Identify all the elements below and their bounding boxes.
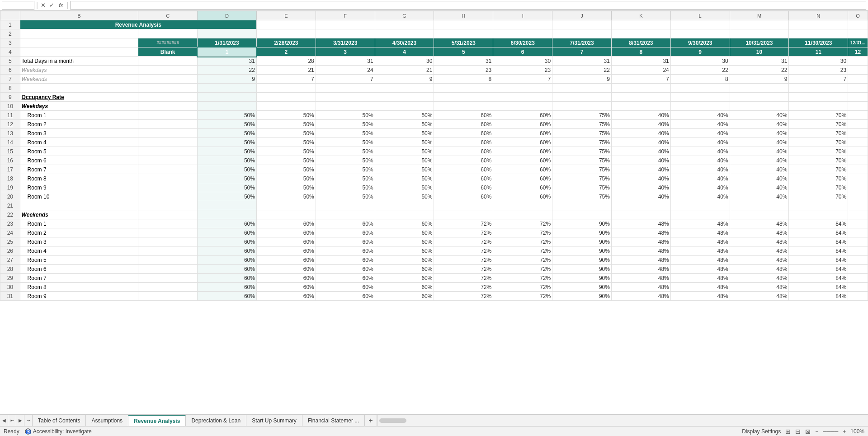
- cell-M22[interactable]: [730, 210, 789, 219]
- cell-E20[interactable]: 50%: [256, 192, 316, 201]
- cell-L18[interactable]: 40%: [670, 174, 730, 183]
- cell-I7[interactable]: 7: [493, 75, 552, 84]
- cell-F7[interactable]: 7: [316, 75, 375, 84]
- cell-H7[interactable]: 8: [434, 75, 493, 84]
- cell-N18[interactable]: 70%: [789, 174, 848, 183]
- cell-L19[interactable]: 40%: [670, 183, 730, 192]
- cell-J8[interactable]: [552, 84, 612, 93]
- cell-N12[interactable]: 70%: [789, 120, 848, 129]
- col-header-M[interactable]: M: [730, 11, 789, 20]
- cell-M29[interactable]: 48%: [730, 274, 789, 283]
- cell-J4[interactable]: 7: [552, 47, 612, 57]
- cell-E21[interactable]: [256, 201, 316, 210]
- cell-K28[interactable]: 48%: [611, 265, 670, 274]
- cell-L15[interactable]: 40%: [670, 147, 730, 156]
- cell-O6[interactable]: [848, 66, 868, 75]
- cell-J14[interactable]: 75%: [552, 138, 612, 147]
- cell-N7[interactable]: 7: [789, 75, 848, 84]
- cell-C9[interactable]: [138, 93, 198, 102]
- cell-J24[interactable]: 90%: [552, 228, 612, 237]
- cell-F19[interactable]: 50%: [316, 183, 375, 192]
- cell-K9[interactable]: [611, 93, 670, 102]
- cell-M12[interactable]: 40%: [730, 120, 789, 129]
- cell-L7[interactable]: 8: [670, 75, 730, 84]
- cell-K13[interactable]: 40%: [611, 129, 670, 138]
- cell-G23[interactable]: 60%: [375, 219, 434, 228]
- cell-D28[interactable]: 60%: [198, 265, 257, 274]
- cell-N15[interactable]: 70%: [789, 147, 848, 156]
- cell-I11[interactable]: 60%: [493, 111, 552, 120]
- cell-K1[interactable]: [611, 20, 670, 29]
- cell-O10[interactable]: [848, 102, 868, 111]
- cell-C6[interactable]: [138, 66, 198, 75]
- col-header-F[interactable]: F: [316, 11, 375, 20]
- cell-M17[interactable]: 40%: [730, 165, 789, 174]
- cell-D29[interactable]: 60%: [198, 274, 257, 283]
- cell-O29[interactable]: [848, 274, 868, 283]
- cell-B20[interactable]: Room 10: [20, 192, 138, 201]
- cell-J22[interactable]: [552, 210, 612, 219]
- cell-G11[interactable]: 50%: [375, 111, 434, 120]
- cell-C5[interactable]: [138, 57, 198, 66]
- cell-C18[interactable]: [138, 174, 198, 183]
- cell-B3[interactable]: [20, 38, 138, 47]
- cell-F3[interactable]: 3/31/2023: [316, 38, 375, 47]
- cell-L11[interactable]: 40%: [670, 111, 730, 120]
- cell-I16[interactable]: 60%: [493, 156, 552, 165]
- cell-J12[interactable]: 75%: [552, 120, 612, 129]
- cell-H12[interactable]: 60%: [434, 120, 493, 129]
- cell-F4[interactable]: 3: [316, 47, 375, 57]
- cell-E31[interactable]: 60%: [256, 292, 316, 301]
- cell-D6[interactable]: 22: [198, 66, 257, 75]
- cell-K6[interactable]: 24: [611, 66, 670, 75]
- cell-I22[interactable]: [493, 210, 552, 219]
- cell-O8[interactable]: [848, 84, 868, 93]
- cell-M11[interactable]: 40%: [730, 111, 789, 120]
- cell-H9[interactable]: [434, 93, 493, 102]
- cell-N29[interactable]: 84%: [789, 274, 848, 283]
- cell-B2[interactable]: [20, 29, 138, 38]
- cell-G24[interactable]: 60%: [375, 228, 434, 237]
- cell-D17[interactable]: 50%: [198, 165, 257, 174]
- cell-B7[interactable]: Weekends: [20, 75, 138, 84]
- cell-L4[interactable]: 9: [670, 47, 730, 57]
- cell-M20[interactable]: 40%: [730, 192, 789, 201]
- cell-C28[interactable]: [138, 265, 198, 274]
- cell-F11[interactable]: 50%: [316, 111, 375, 120]
- cell-K3[interactable]: 8/31/2023: [611, 38, 670, 47]
- cell-L30[interactable]: 48%: [670, 283, 730, 292]
- cell-G28[interactable]: 60%: [375, 265, 434, 274]
- cell-J26[interactable]: 90%: [552, 246, 612, 256]
- cell-N14[interactable]: 70%: [789, 138, 848, 147]
- cell-J13[interactable]: 75%: [552, 129, 612, 138]
- cell-H17[interactable]: 60%: [434, 165, 493, 174]
- col-header-O[interactable]: O: [848, 11, 868, 20]
- cell-M26[interactable]: 48%: [730, 246, 789, 256]
- col-header-D[interactable]: D: [198, 11, 257, 20]
- cell-D16[interactable]: 50%: [198, 156, 257, 165]
- cell-B22[interactable]: Weekends: [20, 210, 138, 219]
- cell-C20[interactable]: [138, 192, 198, 201]
- cell-D20[interactable]: 50%: [198, 192, 257, 201]
- cell-F13[interactable]: 50%: [316, 129, 375, 138]
- cell-O30[interactable]: [848, 283, 868, 292]
- cell-G2[interactable]: [375, 29, 434, 38]
- cell-C7[interactable]: [138, 75, 198, 84]
- col-header-J[interactable]: J: [552, 11, 612, 20]
- cell-I3[interactable]: 6/30/2023: [493, 38, 552, 47]
- cell-J25[interactable]: 90%: [552, 237, 612, 246]
- cell-O31[interactable]: [848, 292, 868, 301]
- cell-I5[interactable]: 30: [493, 57, 552, 66]
- cell-E26[interactable]: 60%: [256, 246, 316, 256]
- cell-L31[interactable]: 48%: [670, 292, 730, 301]
- cell-H6[interactable]: 23: [434, 66, 493, 75]
- col-header-K[interactable]: K: [611, 11, 670, 20]
- cell-K2[interactable]: [611, 29, 670, 38]
- cell-K31[interactable]: 48%: [611, 292, 670, 301]
- cell-C14[interactable]: [138, 138, 198, 147]
- cell-D30[interactable]: 60%: [198, 283, 257, 292]
- cell-I18[interactable]: 60%: [493, 174, 552, 183]
- cell-E17[interactable]: 50%: [256, 165, 316, 174]
- cell-D13[interactable]: 50%: [198, 129, 257, 138]
- cell-B10[interactable]: Weekdays: [20, 102, 138, 111]
